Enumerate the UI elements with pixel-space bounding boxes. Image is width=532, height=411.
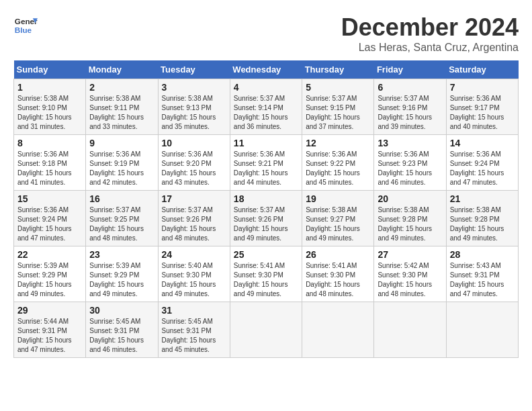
day-number: 20 xyxy=(378,193,442,204)
header-thursday: Thursday xyxy=(302,60,374,79)
calendar-cell-23: 23Sunrise: 5:39 AMSunset: 9:29 PMDayligh… xyxy=(86,246,158,302)
day-info: Sunrise: 5:36 AMSunset: 9:17 PMDaylight:… xyxy=(450,95,504,130)
calendar-cell-6: 6Sunrise: 5:37 AMSunset: 9:16 PMDaylight… xyxy=(374,79,446,135)
day-info: Sunrise: 5:36 AMSunset: 9:21 PMDaylight:… xyxy=(234,150,288,186)
day-number: 9 xyxy=(89,138,154,148)
day-info: Sunrise: 5:38 AMSunset: 9:10 PMDaylight:… xyxy=(17,95,72,130)
day-info: Sunrise: 5:36 AMSunset: 9:20 PMDaylight:… xyxy=(162,150,216,186)
calendar-cell-25: 25Sunrise: 5:41 AMSunset: 9:30 PMDayligh… xyxy=(230,246,302,302)
day-number: 31 xyxy=(162,305,226,316)
calendar-week-0: 1Sunrise: 5:38 AMSunset: 9:10 PMDaylight… xyxy=(14,79,519,135)
day-info: Sunrise: 5:37 AMSunset: 9:25 PMDaylight:… xyxy=(89,206,144,242)
calendar-cell-empty xyxy=(302,302,374,358)
calendar-cell-empty xyxy=(374,302,446,358)
day-number: 21 xyxy=(450,193,515,204)
calendar-cell-28: 28Sunrise: 5:43 AMSunset: 9:31 PMDayligh… xyxy=(446,246,518,302)
calendar-cell-7: 7Sunrise: 5:36 AMSunset: 9:17 PMDaylight… xyxy=(446,79,518,135)
calendar-cell-19: 19Sunrise: 5:38 AMSunset: 9:27 PMDayligh… xyxy=(302,191,374,246)
day-number: 18 xyxy=(234,193,298,204)
day-number: 16 xyxy=(89,193,154,204)
day-info: Sunrise: 5:37 AMSunset: 9:26 PMDaylight:… xyxy=(234,206,288,242)
day-info: Sunrise: 5:36 AMSunset: 9:19 PMDaylight:… xyxy=(89,150,144,186)
day-info: Sunrise: 5:41 AMSunset: 9:30 PMDaylight:… xyxy=(234,262,288,298)
day-number: 4 xyxy=(234,82,298,93)
day-number: 24 xyxy=(162,249,226,260)
title-section: December 2024 Las Heras, Santa Cruz, Arg… xyxy=(341,13,519,54)
day-info: Sunrise: 5:39 AMSunset: 9:29 PMDaylight:… xyxy=(17,262,72,298)
day-info: Sunrise: 5:42 AMSunset: 9:30 PMDaylight:… xyxy=(378,262,432,298)
day-number: 3 xyxy=(162,82,226,93)
calendar-cell-29: 29Sunrise: 5:44 AMSunset: 9:31 PMDayligh… xyxy=(14,302,86,358)
calendar-cell-20: 20Sunrise: 5:38 AMSunset: 9:28 PMDayligh… xyxy=(374,191,446,246)
day-number: 10 xyxy=(162,138,226,148)
day-number: 30 xyxy=(89,305,154,316)
calendar-cell-14: 14Sunrise: 5:36 AMSunset: 9:24 PMDayligh… xyxy=(446,135,518,191)
month-title: December 2024 xyxy=(341,13,519,42)
header-wednesday: Wednesday xyxy=(230,60,302,79)
calendar-cell-11: 11Sunrise: 5:36 AMSunset: 9:21 PMDayligh… xyxy=(230,135,302,191)
day-info: Sunrise: 5:38 AMSunset: 9:13 PMDaylight:… xyxy=(162,95,216,130)
day-number: 28 xyxy=(450,249,515,260)
day-info: Sunrise: 5:36 AMSunset: 9:24 PMDaylight:… xyxy=(17,206,72,242)
calendar-cell-24: 24Sunrise: 5:40 AMSunset: 9:30 PMDayligh… xyxy=(158,246,230,302)
day-info: Sunrise: 5:38 AMSunset: 9:27 PMDaylight:… xyxy=(306,206,360,242)
calendar-cell-22: 22Sunrise: 5:39 AMSunset: 9:29 PMDayligh… xyxy=(14,246,86,302)
day-number: 15 xyxy=(17,193,82,204)
header-sunday: Sunday xyxy=(14,60,86,79)
location-title: Las Heras, Santa Cruz, Argentina xyxy=(341,42,519,54)
header-monday: Monday xyxy=(86,60,158,79)
day-info: Sunrise: 5:38 AMSunset: 9:28 PMDaylight:… xyxy=(450,206,504,242)
day-info: Sunrise: 5:37 AMSunset: 9:26 PMDaylight:… xyxy=(162,206,216,242)
day-info: Sunrise: 5:40 AMSunset: 9:30 PMDaylight:… xyxy=(162,262,216,298)
day-number: 23 xyxy=(89,249,154,260)
day-info: Sunrise: 5:36 AMSunset: 9:22 PMDaylight:… xyxy=(306,150,360,186)
header-friday: Friday xyxy=(374,60,446,79)
svg-text:Blue: Blue xyxy=(15,26,32,34)
calendar-cell-31: 31Sunrise: 5:45 AMSunset: 9:31 PMDayligh… xyxy=(158,302,230,358)
day-info: Sunrise: 5:36 AMSunset: 9:18 PMDaylight:… xyxy=(17,150,72,186)
day-info: Sunrise: 5:36 AMSunset: 9:24 PMDaylight:… xyxy=(450,150,504,186)
day-number: 1 xyxy=(17,82,82,93)
calendar-cell-1: 1Sunrise: 5:38 AMSunset: 9:10 PMDaylight… xyxy=(14,79,86,135)
header: General Blue December 2024 Las Heras, Sa… xyxy=(13,13,519,54)
day-number: 6 xyxy=(378,82,442,93)
calendar-cell-17: 17Sunrise: 5:37 AMSunset: 9:26 PMDayligh… xyxy=(158,191,230,246)
calendar-cell-9: 9Sunrise: 5:36 AMSunset: 9:19 PMDaylight… xyxy=(86,135,158,191)
day-info: Sunrise: 5:37 AMSunset: 9:14 PMDaylight:… xyxy=(234,95,288,130)
logo: General Blue xyxy=(13,13,38,38)
day-number: 17 xyxy=(162,193,226,204)
calendar-cell-30: 30Sunrise: 5:45 AMSunset: 9:31 PMDayligh… xyxy=(86,302,158,358)
logo-icon: General Blue xyxy=(13,13,38,38)
calendar-week-1: 8Sunrise: 5:36 AMSunset: 9:18 PMDaylight… xyxy=(14,135,519,191)
day-info: Sunrise: 5:44 AMSunset: 9:31 PMDaylight:… xyxy=(17,318,72,353)
day-number: 11 xyxy=(234,138,298,148)
calendar-cell-2: 2Sunrise: 5:38 AMSunset: 9:11 PMDaylight… xyxy=(86,79,158,135)
calendar-cell-empty xyxy=(230,302,302,358)
day-info: Sunrise: 5:45 AMSunset: 9:31 PMDaylight:… xyxy=(162,318,216,353)
day-number: 13 xyxy=(378,138,442,148)
day-number: 14 xyxy=(450,138,515,148)
day-number: 25 xyxy=(234,249,298,260)
day-number: 2 xyxy=(89,82,154,93)
day-info: Sunrise: 5:37 AMSunset: 9:15 PMDaylight:… xyxy=(306,95,360,130)
day-number: 19 xyxy=(306,193,370,204)
calendar-cell-empty xyxy=(446,302,518,358)
day-info: Sunrise: 5:38 AMSunset: 9:11 PMDaylight:… xyxy=(89,95,144,130)
day-info: Sunrise: 5:45 AMSunset: 9:31 PMDaylight:… xyxy=(89,318,144,353)
calendar-header-row: SundayMondayTuesdayWednesdayThursdayFrid… xyxy=(14,60,519,79)
calendar-cell-15: 15Sunrise: 5:36 AMSunset: 9:24 PMDayligh… xyxy=(14,191,86,246)
day-info: Sunrise: 5:41 AMSunset: 9:30 PMDaylight:… xyxy=(306,262,360,298)
day-info: Sunrise: 5:36 AMSunset: 9:23 PMDaylight:… xyxy=(378,150,432,186)
svg-text:General: General xyxy=(15,17,38,26)
header-saturday: Saturday xyxy=(446,60,518,79)
calendar-cell-26: 26Sunrise: 5:41 AMSunset: 9:30 PMDayligh… xyxy=(302,246,374,302)
calendar-cell-4: 4Sunrise: 5:37 AMSunset: 9:14 PMDaylight… xyxy=(230,79,302,135)
day-info: Sunrise: 5:39 AMSunset: 9:29 PMDaylight:… xyxy=(89,262,144,298)
calendar-cell-27: 27Sunrise: 5:42 AMSunset: 9:30 PMDayligh… xyxy=(374,246,446,302)
day-number: 12 xyxy=(306,138,370,148)
day-number: 7 xyxy=(450,82,515,93)
day-number: 8 xyxy=(17,138,82,148)
calendar-cell-8: 8Sunrise: 5:36 AMSunset: 9:18 PMDaylight… xyxy=(14,135,86,191)
calendar-week-4: 29Sunrise: 5:44 AMSunset: 9:31 PMDayligh… xyxy=(14,302,519,358)
calendar-week-3: 22Sunrise: 5:39 AMSunset: 9:29 PMDayligh… xyxy=(14,246,519,302)
